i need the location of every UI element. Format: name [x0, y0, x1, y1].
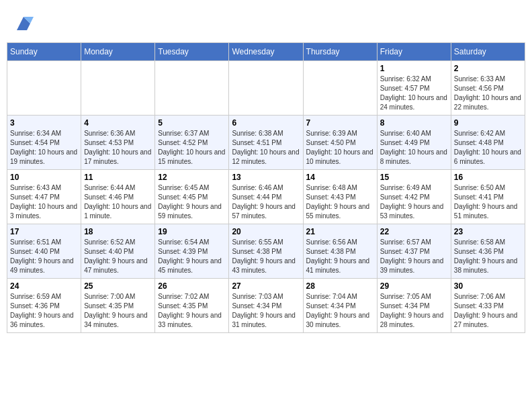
- day-number: 7: [306, 118, 374, 128]
- day-number: 17: [10, 227, 78, 236]
- day-info: Sunrise: 6:59 AM Sunset: 4:36 PM Dayligh…: [10, 292, 78, 330]
- calendar-week-row: 24Sunrise: 6:59 AM Sunset: 4:36 PM Dayli…: [7, 279, 525, 333]
- day-info: Sunrise: 6:33 AM Sunset: 4:56 PM Dayligh…: [454, 75, 522, 112]
- calendar-cell: 24Sunrise: 6:59 AM Sunset: 4:36 PM Dayli…: [7, 279, 81, 333]
- day-info: Sunrise: 6:42 AM Sunset: 4:48 PM Dayligh…: [454, 129, 522, 167]
- day-number: 12: [158, 173, 226, 182]
- day-number: 20: [232, 227, 300, 236]
- logo-icon: [13, 13, 34, 34]
- day-number: 3: [10, 118, 78, 128]
- day-number: 27: [232, 281, 300, 291]
- day-info: Sunrise: 7:05 AM Sunset: 4:34 PM Dayligh…: [380, 292, 448, 330]
- day-number: 2: [454, 64, 522, 73]
- day-info: Sunrise: 6:45 AM Sunset: 4:45 PM Dayligh…: [158, 183, 226, 221]
- day-info: Sunrise: 6:49 AM Sunset: 4:42 PM Dayligh…: [380, 183, 448, 221]
- calendar-cell: 22Sunrise: 6:57 AM Sunset: 4:37 PM Dayli…: [377, 224, 451, 279]
- day-info: Sunrise: 6:58 AM Sunset: 4:36 PM Dayligh…: [454, 238, 522, 275]
- day-number: 11: [84, 173, 152, 182]
- calendar-cell: 20Sunrise: 6:55 AM Sunset: 4:38 PM Dayli…: [229, 224, 303, 279]
- calendar-cell: 15Sunrise: 6:49 AM Sunset: 4:42 PM Dayli…: [377, 170, 451, 224]
- calendar-cell: 9Sunrise: 6:42 AM Sunset: 4:48 PM Daylig…: [451, 116, 525, 170]
- day-number: 5: [158, 118, 226, 128]
- day-number: 25: [84, 281, 152, 291]
- calendar-week-row: 3Sunrise: 6:34 AM Sunset: 4:54 PM Daylig…: [7, 116, 525, 170]
- day-number: 6: [232, 118, 300, 128]
- day-info: Sunrise: 6:44 AM Sunset: 4:46 PM Dayligh…: [84, 183, 152, 221]
- day-info: Sunrise: 6:55 AM Sunset: 4:38 PM Dayligh…: [232, 238, 300, 275]
- day-number: 30: [454, 281, 522, 291]
- day-info: Sunrise: 6:32 AM Sunset: 4:57 PM Dayligh…: [380, 75, 448, 112]
- day-info: Sunrise: 6:52 AM Sunset: 4:40 PM Dayligh…: [84, 238, 152, 275]
- calendar-cell: 10Sunrise: 6:43 AM Sunset: 4:47 PM Dayli…: [7, 170, 81, 224]
- calendar-week-row: 17Sunrise: 6:51 AM Sunset: 4:40 PM Dayli…: [7, 224, 525, 279]
- day-info: Sunrise: 6:37 AM Sunset: 4:52 PM Dayligh…: [158, 129, 226, 167]
- day-number: 4: [84, 118, 152, 128]
- calendar-week-row: 10Sunrise: 6:43 AM Sunset: 4:47 PM Dayli…: [7, 170, 525, 224]
- day-number: 21: [306, 227, 374, 236]
- calendar-cell: [7, 61, 81, 116]
- day-info: Sunrise: 6:38 AM Sunset: 4:51 PM Dayligh…: [232, 129, 300, 167]
- col-header-saturday: Saturday: [451, 43, 525, 61]
- calendar-cell: 23Sunrise: 6:58 AM Sunset: 4:36 PM Dayli…: [451, 224, 525, 279]
- day-info: Sunrise: 7:00 AM Sunset: 4:35 PM Dayligh…: [84, 292, 152, 330]
- calendar-cell: 19Sunrise: 6:54 AM Sunset: 4:39 PM Dayli…: [155, 224, 229, 279]
- calendar-cell: 11Sunrise: 6:44 AM Sunset: 4:46 PM Dayli…: [81, 170, 155, 224]
- day-number: 16: [454, 173, 522, 182]
- day-info: Sunrise: 7:02 AM Sunset: 4:35 PM Dayligh…: [158, 292, 226, 330]
- calendar-cell: 25Sunrise: 7:00 AM Sunset: 4:35 PM Dayli…: [81, 279, 155, 333]
- calendar-cell: 26Sunrise: 7:02 AM Sunset: 4:35 PM Dayli…: [155, 279, 229, 333]
- calendar-cell: 7Sunrise: 6:39 AM Sunset: 4:50 PM Daylig…: [303, 116, 377, 170]
- day-number: 18: [84, 227, 152, 236]
- day-number: 22: [380, 227, 448, 236]
- day-number: 24: [10, 281, 78, 291]
- calendar-header-row: SundayMondayTuesdayWednesdayThursdayFrid…: [7, 43, 525, 61]
- day-info: Sunrise: 7:06 AM Sunset: 4:33 PM Dayligh…: [454, 292, 522, 330]
- header: [7, 7, 525, 37]
- col-header-thursday: Thursday: [303, 43, 377, 61]
- day-info: Sunrise: 6:54 AM Sunset: 4:39 PM Dayligh…: [158, 238, 226, 275]
- day-info: Sunrise: 6:34 AM Sunset: 4:54 PM Dayligh…: [10, 129, 78, 167]
- calendar-cell: 18Sunrise: 6:52 AM Sunset: 4:40 PM Dayli…: [81, 224, 155, 279]
- calendar-cell: 28Sunrise: 7:04 AM Sunset: 4:34 PM Dayli…: [303, 279, 377, 333]
- calendar-cell: 8Sunrise: 6:40 AM Sunset: 4:49 PM Daylig…: [377, 116, 451, 170]
- day-number: 14: [306, 173, 374, 182]
- calendar-cell: 17Sunrise: 6:51 AM Sunset: 4:40 PM Dayli…: [7, 224, 81, 279]
- calendar-cell: [303, 61, 377, 116]
- day-info: Sunrise: 7:03 AM Sunset: 4:34 PM Dayligh…: [232, 292, 300, 330]
- day-info: Sunrise: 6:36 AM Sunset: 4:53 PM Dayligh…: [84, 129, 152, 167]
- calendar-week-row: 1Sunrise: 6:32 AM Sunset: 4:57 PM Daylig…: [7, 61, 525, 116]
- calendar: SundayMondayTuesdayWednesdayThursdayFrid…: [7, 42, 525, 333]
- col-header-tuesday: Tuesday: [155, 43, 229, 61]
- day-info: Sunrise: 6:56 AM Sunset: 4:38 PM Dayligh…: [306, 238, 374, 275]
- day-info: Sunrise: 6:39 AM Sunset: 4:50 PM Dayligh…: [306, 129, 374, 167]
- calendar-cell: 4Sunrise: 6:36 AM Sunset: 4:53 PM Daylig…: [81, 116, 155, 170]
- day-number: 23: [454, 227, 522, 236]
- day-number: 28: [306, 281, 374, 291]
- calendar-cell: 5Sunrise: 6:37 AM Sunset: 4:52 PM Daylig…: [155, 116, 229, 170]
- day-number: 8: [380, 118, 448, 128]
- day-number: 10: [10, 173, 78, 182]
- day-info: Sunrise: 6:40 AM Sunset: 4:49 PM Dayligh…: [380, 129, 448, 167]
- calendar-cell: 13Sunrise: 6:46 AM Sunset: 4:44 PM Dayli…: [229, 170, 303, 224]
- calendar-cell: 27Sunrise: 7:03 AM Sunset: 4:34 PM Dayli…: [229, 279, 303, 333]
- day-info: Sunrise: 6:51 AM Sunset: 4:40 PM Dayligh…: [10, 238, 78, 275]
- col-header-sunday: Sunday: [7, 43, 81, 61]
- day-number: 1: [380, 64, 448, 73]
- calendar-cell: 12Sunrise: 6:45 AM Sunset: 4:45 PM Dayli…: [155, 170, 229, 224]
- calendar-cell: 30Sunrise: 7:06 AM Sunset: 4:33 PM Dayli…: [451, 279, 525, 333]
- day-info: Sunrise: 6:48 AM Sunset: 4:43 PM Dayligh…: [306, 183, 374, 221]
- calendar-cell: 29Sunrise: 7:05 AM Sunset: 4:34 PM Dayli…: [377, 279, 451, 333]
- day-number: 13: [232, 173, 300, 182]
- day-number: 9: [454, 118, 522, 128]
- day-info: Sunrise: 6:57 AM Sunset: 4:37 PM Dayligh…: [380, 238, 448, 275]
- day-info: Sunrise: 6:46 AM Sunset: 4:44 PM Dayligh…: [232, 183, 300, 221]
- col-header-friday: Friday: [377, 43, 451, 61]
- day-number: 19: [158, 227, 226, 236]
- calendar-cell: [81, 61, 155, 116]
- day-info: Sunrise: 7:04 AM Sunset: 4:34 PM Dayligh…: [306, 292, 374, 330]
- calendar-cell: 2Sunrise: 6:33 AM Sunset: 4:56 PM Daylig…: [451, 61, 525, 116]
- calendar-cell: 14Sunrise: 6:48 AM Sunset: 4:43 PM Dayli…: [303, 170, 377, 224]
- calendar-cell: 21Sunrise: 6:56 AM Sunset: 4:38 PM Dayli…: [303, 224, 377, 279]
- calendar-cell: 6Sunrise: 6:38 AM Sunset: 4:51 PM Daylig…: [229, 116, 303, 170]
- col-header-wednesday: Wednesday: [229, 43, 303, 61]
